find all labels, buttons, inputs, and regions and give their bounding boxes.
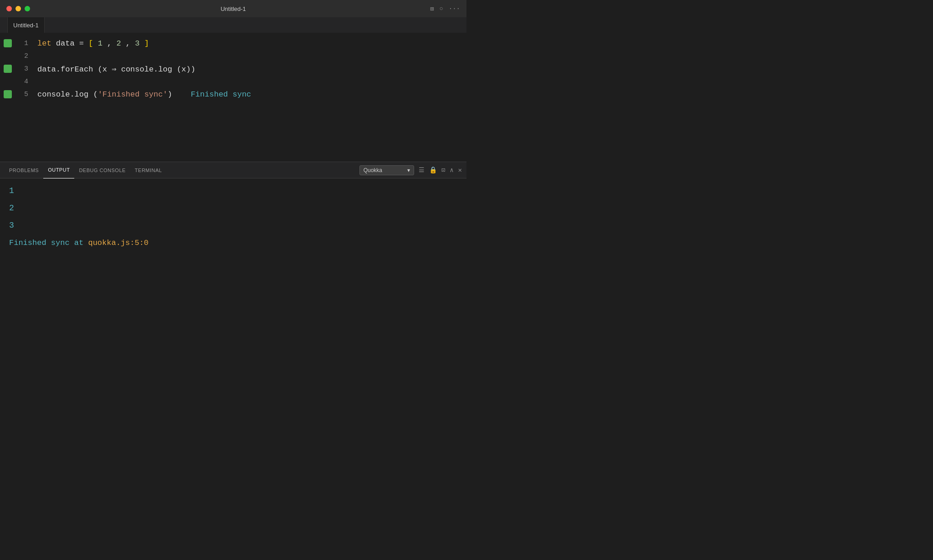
split-editor-icon[interactable]: ⊞	[430, 5, 434, 13]
code-console-close: )	[168, 90, 172, 99]
editor-main: 1 let data = [ 1 , 2 , 3 ] 2	[0, 33, 466, 162]
line-indicator-1	[4, 39, 12, 47]
tab-terminal[interactable]: TERMINAL	[130, 162, 167, 178]
close-panel-icon[interactable]: ✕	[458, 166, 462, 174]
code-num-1: 1	[98, 39, 103, 48]
bottom-panel: PROBLEMS OUTPUT DEBUG CONSOLE TERMINAL Q…	[0, 162, 466, 280]
line-indicator-5	[4, 90, 12, 98]
code-bracket-close: ]	[144, 39, 149, 48]
code-line-1: 1 let data = [ 1 , 2 , 3 ]	[0, 37, 466, 50]
tab-label: Untitled-1	[13, 22, 39, 29]
output-finished-line: Finished sync at quokka.js:5:0	[0, 234, 466, 251]
code-line-3: 3 data.forEach (x ⇒ console.log (x))	[0, 62, 466, 75]
code-line-2: 2	[0, 50, 466, 62]
output-line-1: 1	[0, 182, 466, 199]
traffic-lights	[6, 6, 30, 11]
maximize-button[interactable]	[25, 6, 30, 11]
line-number-5: 5	[15, 91, 28, 98]
code-num-3: 3	[135, 39, 139, 48]
output-finished-text: Finished sync at quokka.js:5:0	[9, 239, 149, 247]
code-bracket-open: [	[88, 39, 93, 48]
code-string-finished: 'Finished sync'	[98, 90, 168, 99]
line-number-4: 4	[15, 78, 28, 86]
code-foreach-body: console.log (x))	[116, 65, 195, 74]
code-comma-2: ,	[126, 39, 135, 48]
line-indicator-4	[4, 77, 12, 86]
output-file-link[interactable]: quokka.js:5:0	[88, 239, 149, 247]
output-line-2: 2	[0, 199, 466, 217]
code-area: 1 let data = [ 1 , 2 , 3 ] 2	[0, 33, 466, 162]
editor-container: Untitled-1 1 let data = [ 1 , 2 , 3 ]	[0, 17, 466, 280]
output-value-1: 1	[9, 186, 14, 195]
titlebar-controls: ⊞ ○ ···	[430, 5, 460, 13]
code-foreach-data: data.forEach (x	[37, 65, 112, 74]
code-content-3: data.forEach (x ⇒ console.log (x))	[37, 64, 195, 74]
code-comma-1: ,	[107, 39, 116, 48]
chevron-down-icon: ▾	[407, 167, 410, 173]
code-content-5: console.log ('Finished sync') Finished s…	[37, 90, 251, 99]
tab-output[interactable]: OUTPUT	[43, 162, 74, 178]
output-source-dropdown[interactable]: Quokka ▾	[359, 165, 414, 175]
copy-icon[interactable]: ⊡	[441, 166, 445, 174]
tab-debug-console[interactable]: DEBUG CONSOLE	[74, 162, 130, 178]
code-arrow: ⇒	[112, 65, 116, 74]
tab-untitled[interactable]: Untitled-1	[7, 17, 45, 33]
panel-scrollbar[interactable]	[460, 178, 466, 280]
code-num-2: 2	[116, 39, 121, 48]
line-indicator-3	[4, 65, 12, 73]
panel-tab-bar: PROBLEMS OUTPUT DEBUG CONSOLE TERMINAL Q…	[0, 162, 466, 178]
close-button[interactable]	[6, 6, 12, 11]
chevron-up-icon[interactable]: ∧	[450, 166, 453, 174]
more-options-icon[interactable]: ···	[449, 5, 460, 12]
tab-problems[interactable]: PROBLEMS	[5, 162, 43, 178]
output-value-3: 3	[9, 221, 14, 230]
code-line-5: 5 console.log ('Finished sync') Finished…	[0, 88, 466, 101]
panel-content: 1 2 3 Finished sync at quokka.js:5:0	[0, 178, 466, 280]
lock-icon[interactable]: 🔒	[429, 166, 437, 174]
window-title: Untitled-1	[220, 5, 246, 12]
circle-icon: ○	[439, 5, 443, 12]
keyword-let: let	[37, 39, 51, 48]
code-content-1: let data = [ 1 , 2 , 3 ]	[37, 39, 149, 48]
list-icon[interactable]: ☰	[419, 166, 425, 174]
line-number-1: 1	[15, 40, 28, 47]
panel-controls: Quokka ▾ ☰ 🔒 ⊡ ∧ ✕	[359, 165, 462, 175]
line-indicator-2	[4, 52, 12, 60]
line-number-2: 2	[15, 52, 28, 60]
output-finished-label: Finished sync at	[9, 239, 88, 247]
output-value-2: 2	[9, 204, 14, 213]
output-line-3: 3	[0, 217, 466, 234]
code-console: console.log (	[37, 90, 98, 99]
line-number-3: 3	[15, 65, 28, 73]
editor-scrollbar[interactable]	[460, 33, 466, 162]
tab-bar: Untitled-1	[0, 17, 466, 33]
minimize-button[interactable]	[15, 6, 21, 11]
dropdown-value: Quokka	[364, 167, 382, 173]
code-inline-result: Finished sync	[172, 90, 251, 99]
code-var-data: data =	[56, 39, 88, 48]
titlebar: Untitled-1 ⊞ ○ ···	[0, 0, 466, 17]
code-line-4: 4	[0, 75, 466, 88]
